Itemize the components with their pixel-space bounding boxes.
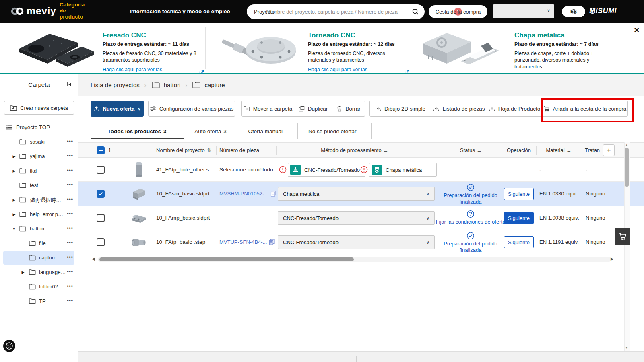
horizontal-scrollbar-thumb[interactable] bbox=[99, 257, 354, 261]
folder-menu-icon[interactable]: ••• bbox=[67, 138, 73, 144]
folder-menu-icon[interactable]: ••• bbox=[67, 254, 73, 260]
row-checkbox[interactable] bbox=[97, 214, 105, 222]
scroll-down-icon[interactable]: ▼ bbox=[625, 346, 628, 350]
tab-auto-quote[interactable]: Auto oferta3 bbox=[184, 123, 237, 139]
language-button[interactable]: ES bbox=[562, 6, 585, 17]
sidebar-item-language[interactable]: ▶ language… ••• bbox=[0, 265, 78, 280]
folder-menu-icon[interactable]: ••• bbox=[67, 298, 73, 303]
part-number-link[interactable]: MVSHM-PN01052-... bbox=[219, 191, 276, 197]
folder-menu-icon[interactable]: ••• bbox=[67, 283, 73, 289]
sidebar-item-test[interactable]: test ••• bbox=[0, 178, 78, 193]
method-option-sheetmetal-button[interactable]: Chapa metálica bbox=[369, 163, 437, 177]
next-button[interactable]: Siguiente bbox=[504, 236, 534, 248]
column-header-name[interactable]: Nombre del proyecto ⇅ bbox=[156, 147, 211, 153]
status-link[interactable]: Fijar las condiciones de oferta bbox=[436, 219, 506, 225]
search-input[interactable] bbox=[261, 9, 412, 15]
banner-close-button[interactable]: × bbox=[634, 26, 639, 35]
parts-list-button[interactable]: Listado de piezas bbox=[431, 101, 487, 116]
sidebar-item-tp[interactable]: TP ••• bbox=[0, 294, 78, 309]
select-all-checkbox[interactable] bbox=[97, 146, 105, 154]
folder-menu-icon[interactable]: ••• bbox=[67, 196, 73, 202]
move-to-folder-button[interactable]: Mover a carpeta bbox=[242, 101, 294, 116]
meviy-logo[interactable]: meviy bbox=[10, 5, 56, 17]
sidebar-item-project-top[interactable]: Proyecto TOP bbox=[0, 121, 78, 133]
scroll-up-icon[interactable]: ▲ bbox=[625, 143, 628, 147]
top-header: meviy Categoría de producto ∧ Informació… bbox=[0, 0, 644, 23]
sort-icon[interactable]: ⇅ bbox=[207, 148, 211, 153]
breadcrumb-folder-hattori[interactable]: hattori bbox=[151, 81, 181, 88]
method-select[interactable]: CNC-Fresado/Torneado ∨ bbox=[278, 235, 435, 249]
breadcrumb-folder-capture[interactable]: capture bbox=[192, 81, 225, 88]
expand-arrow-icon[interactable]: ▶ bbox=[21, 270, 25, 274]
scroll-left-icon[interactable]: ◀ bbox=[92, 257, 95, 261]
sidebar-item-file[interactable]: file ••• bbox=[0, 236, 78, 251]
row-checkbox[interactable] bbox=[97, 190, 105, 198]
row-checkbox[interactable] bbox=[97, 238, 105, 246]
expand-arrow-icon[interactable]: ▶ bbox=[12, 154, 16, 158]
tab-not-quotable[interactable]: No se puede ofertar- bbox=[298, 123, 372, 139]
sidebar-item-saisentaku[interactable]: ▶ 値再選択時の… ••• bbox=[0, 193, 78, 207]
cart-button[interactable]: Cesta de la compra 1 bbox=[429, 5, 487, 18]
copy-icon[interactable] bbox=[269, 239, 275, 245]
method-select[interactable]: Chapa metálica ∨ bbox=[278, 187, 435, 201]
nav-technical-info[interactable]: Información técnica y modo de empleo bbox=[130, 8, 230, 14]
method-option-milling-button[interactable]: CNC-Fresado/Torneado bbox=[288, 163, 365, 177]
status-text: Preparación del pedido finalizada bbox=[438, 192, 503, 206]
add-column-button[interactable]: + bbox=[603, 144, 615, 156]
folder-menu-icon[interactable]: ••• bbox=[67, 225, 73, 231]
collapse-arrow-icon[interactable]: ▼ bbox=[12, 227, 16, 231]
folder-menu-icon[interactable]: ••• bbox=[67, 167, 73, 173]
next-button[interactable]: Siguiente bbox=[504, 212, 534, 224]
part-number-link[interactable]: MVTUP-SFN-4B4-... bbox=[219, 239, 275, 245]
sidebar-item-yajima[interactable]: ▶ yajima ••• bbox=[0, 149, 78, 164]
column-header-method[interactable]: Método de procesamiento ☰ bbox=[321, 147, 387, 153]
sidebar-item-capture[interactable]: capture ••• bbox=[0, 251, 78, 265]
nav-product-category[interactable]: Categoría de producto ∧ bbox=[60, 8, 62, 13]
sidebar-item-folder02[interactable]: folder02 ••• bbox=[0, 280, 78, 294]
filter-icon[interactable]: ☰ bbox=[384, 148, 388, 152]
filter-icon[interactable]: ☰ bbox=[567, 148, 571, 152]
tab-manual-quote[interactable]: Oferta manual- bbox=[237, 123, 298, 139]
expand-arrow-icon[interactable]: ▶ bbox=[12, 212, 16, 216]
folder-icon bbox=[29, 255, 36, 261]
cookie-settings-button[interactable] bbox=[3, 340, 15, 352]
copy-icon[interactable] bbox=[270, 191, 276, 197]
filter-icon[interactable]: ☰ bbox=[477, 148, 481, 152]
account-select[interactable]: ∨ bbox=[493, 4, 554, 18]
folder-menu-icon[interactable]: ••• bbox=[67, 153, 73, 158]
column-header-material[interactable]: Material ☰ bbox=[546, 147, 570, 153]
duplicate-button[interactable]: Duplicar bbox=[294, 101, 332, 116]
search-scope-select[interactable]: Proyecto ∨ bbox=[247, 10, 261, 14]
product-sheet-button[interactable]: Hoja de Producto bbox=[487, 101, 542, 116]
next-button[interactable]: Siguiente bbox=[504, 188, 534, 200]
sidebar-item-help-error[interactable]: ▶ help_error p… ••• bbox=[0, 207, 78, 222]
search-icon[interactable] bbox=[412, 8, 419, 15]
part-thumbnail-cylinder bbox=[130, 161, 148, 178]
sidebar-item-sasaki[interactable]: sasaki ••• bbox=[0, 135, 78, 149]
expand-arrow-icon[interactable]: ▶ bbox=[12, 198, 16, 202]
add-to-cart-button[interactable]: Añadir a la cesta de la compra bbox=[542, 101, 627, 116]
new-offer-button[interactable]: Nueva oferta ∨ bbox=[91, 101, 144, 117]
scroll-right-icon[interactable]: ▶ bbox=[611, 257, 614, 261]
upload-icon bbox=[93, 106, 99, 112]
breadcrumb-project-list[interactable]: Lista de proyectos bbox=[91, 82, 140, 88]
create-folder-button[interactable]: Crear nueva carpeta bbox=[4, 101, 74, 115]
method-select[interactable]: CNC-Fresado/Torneado ∨ bbox=[278, 211, 435, 225]
sidebar-item-tkd[interactable]: ▶ tkd ••• bbox=[0, 164, 78, 178]
folder-menu-icon[interactable]: ••• bbox=[67, 269, 73, 274]
column-header-status[interactable]: Status ☰ bbox=[460, 147, 481, 153]
simple-2d-drawing-button[interactable]: Dibujo 2D simple bbox=[370, 101, 431, 116]
sidebar-item-hattori[interactable]: ▼ hattori ••• bbox=[0, 222, 78, 236]
folder-icon bbox=[19, 139, 26, 145]
folder-menu-icon[interactable]: ••• bbox=[67, 182, 73, 187]
folder-menu-icon[interactable]: ••• bbox=[67, 240, 73, 245]
vertical-scrollbar-thumb[interactable] bbox=[625, 148, 629, 187]
row-checkbox[interactable] bbox=[97, 166, 105, 174]
expand-arrow-icon[interactable]: ▶ bbox=[12, 169, 16, 173]
multi-part-config-button[interactable]: Configuración de varias piezas bbox=[148, 101, 235, 117]
folder-menu-icon[interactable]: ••• bbox=[67, 211, 73, 216]
tab-all-products[interactable]: Todos los productos3 bbox=[91, 123, 184, 139]
delete-button[interactable]: Borrar bbox=[332, 101, 365, 116]
floating-cart-button[interactable] bbox=[615, 228, 630, 245]
collapse-sidebar-icon[interactable] bbox=[66, 82, 72, 87]
